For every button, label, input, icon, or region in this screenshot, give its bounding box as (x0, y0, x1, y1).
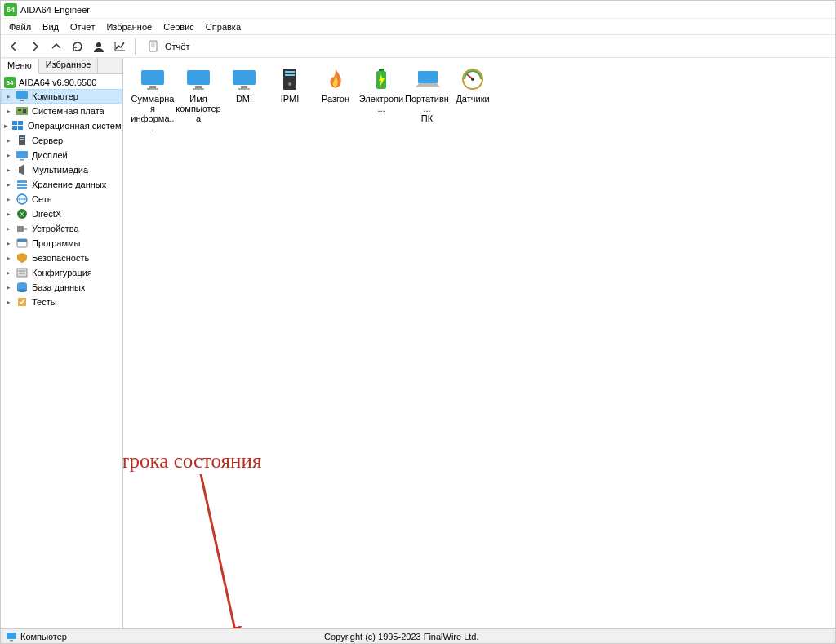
graph-icon (113, 40, 127, 53)
sidebar-item-label: Хранение данных (32, 180, 106, 189)
svg-rect-62 (10, 640, 13, 642)
content-item-6[interactable]: Портативн...ПК (404, 64, 450, 136)
svg-rect-46 (233, 70, 256, 85)
sidebar-item-label: Дисплей (32, 150, 68, 160)
expand-arrow-icon[interactable]: ▸ (4, 210, 12, 218)
expand-arrow-icon[interactable]: ▸ (4, 239, 12, 247)
expand-arrow-icon[interactable]: ▸ (4, 254, 12, 262)
svg-rect-30 (24, 228, 27, 230)
tree-root[interactable]: 64 AIDA64 v6.90.6500 (1, 76, 122, 89)
content-item-3[interactable]: IPMI (267, 64, 313, 136)
content-item-4[interactable]: Разгон (313, 64, 358, 136)
sidebar-item-10[interactable]: ▸Программы (1, 236, 122, 251)
back-button[interactable] (4, 37, 24, 56)
sidebar-item-8[interactable]: ▸XDirectX (1, 207, 122, 221)
sidebar-item-1[interactable]: ▸Системная плата (1, 104, 122, 118)
refresh-icon (71, 40, 84, 53)
svg-marker-20 (20, 164, 24, 175)
content-item-label: Имякомпьютера (176, 94, 221, 123)
svg-rect-54 (379, 69, 384, 71)
sidebar-item-3[interactable]: ▸Сервер (1, 133, 122, 148)
status-section-label: Компьютер (20, 632, 67, 642)
expand-arrow-icon[interactable]: ▸ (4, 180, 12, 189)
expand-arrow-icon[interactable]: ▸ (4, 269, 12, 277)
menu-help[interactable]: Справка (201, 20, 246, 33)
sidebar-item-12[interactable]: ▸Конфигурация (1, 265, 122, 280)
sidebar-item-13[interactable]: ▸База данных (1, 280, 122, 295)
svg-marker-57 (416, 83, 440, 87)
content-item-0[interactable]: Суммарнаяинформа... (130, 64, 176, 136)
sidebar-item-2[interactable]: ▸Операционная система (1, 118, 122, 133)
sidebar-item-0[interactable]: ▸Компьютер (1, 89, 122, 104)
content-item-1[interactable]: Имякомпьютера (176, 64, 221, 136)
content-item-5[interactable]: Электропи... (358, 64, 404, 136)
battery-icon (368, 68, 394, 91)
svg-rect-12 (12, 126, 17, 130)
chevron-up-icon (50, 40, 63, 53)
report-button[interactable]: Отчёт (140, 38, 196, 55)
forward-button[interactable] (25, 37, 45, 56)
sidebar-item-5[interactable]: ▸Мультимедиа (1, 162, 122, 177)
sidebar-item-label: Программы (32, 238, 80, 248)
document-icon (147, 40, 160, 53)
svg-rect-13 (18, 126, 23, 130)
svg-rect-16 (20, 139, 24, 140)
sidebar-item-14[interactable]: ▸Тесты (1, 295, 122, 309)
sidebar-item-11[interactable]: ▸Безопасность (1, 251, 122, 265)
monitor-blue-icon (140, 68, 166, 91)
laptop-icon (414, 68, 440, 91)
expand-arrow-icon[interactable]: ▸ (4, 92, 12, 100)
expand-arrow-icon[interactable]: ▸ (4, 136, 12, 144)
svg-rect-18 (20, 159, 24, 161)
app-window: 64 AIDA64 Engineer Файл Вид Отчёт Избран… (0, 0, 836, 644)
display-icon (16, 149, 29, 162)
graph-button[interactable] (110, 37, 130, 56)
speaker-icon (16, 163, 29, 176)
expand-arrow-icon[interactable]: ▸ (4, 283, 12, 291)
refresh-button[interactable] (68, 37, 87, 56)
content-item-2[interactable]: DMI (221, 64, 267, 136)
expand-arrow-icon[interactable]: ▸ (4, 107, 12, 115)
svg-line-60 (201, 474, 238, 628)
svg-rect-29 (17, 226, 24, 232)
sidebar-item-7[interactable]: ▸Сеть (1, 192, 122, 207)
annotation-label: Строка состояния (123, 450, 261, 473)
sidebar-item-6[interactable]: ▸Хранение данных (1, 177, 122, 192)
content-item-7[interactable]: Датчики (450, 64, 496, 136)
svg-rect-5 (16, 91, 28, 99)
status-bar: Компьютер Copyright (c) 1995-2023 FinalW… (1, 628, 835, 643)
sidebar-item-label: Сервер (32, 135, 63, 145)
svg-rect-32 (17, 239, 27, 242)
expand-arrow-icon[interactable]: ▸ (4, 298, 12, 306)
menu-service[interactable]: Сервис (158, 20, 199, 33)
svg-rect-40 (141, 70, 164, 85)
expand-arrow-icon[interactable]: ▸ (4, 224, 12, 233)
shield-icon (16, 251, 29, 264)
expand-arrow-icon[interactable]: ▸ (4, 122, 8, 130)
sidebar-item-4[interactable]: ▸Дисплей (1, 148, 122, 162)
sidebar-tab-menu[interactable]: Меню (1, 59, 39, 74)
menu-report[interactable]: Отчёт (65, 20, 100, 33)
title-bar: 64 AIDA64 Engineer (1, 1, 835, 19)
app-icon: 64 (4, 77, 16, 88)
menu-view[interactable]: Вид (38, 20, 64, 33)
svg-rect-50 (285, 71, 295, 73)
monitor-blue-icon (231, 68, 257, 91)
profile-button[interactable] (89, 37, 109, 56)
svg-rect-47 (241, 86, 247, 88)
up-button[interactable] (47, 37, 66, 56)
content-item-label: Датчики (450, 94, 496, 104)
sidebar-tab-fav[interactable]: Избранное (39, 58, 99, 73)
menu-fav[interactable]: Избранное (101, 20, 157, 33)
expand-arrow-icon[interactable]: ▸ (4, 166, 12, 174)
sidebar-item-9[interactable]: ▸Устройства (1, 221, 122, 236)
monitor-icon (6, 632, 17, 642)
menu-file[interactable]: Файл (4, 20, 36, 33)
toolbar-separator (135, 38, 136, 55)
expand-arrow-icon[interactable]: ▸ (4, 151, 12, 159)
sidebar-item-label: Безопасность (32, 253, 89, 263)
sidebar-item-label: Устройства (32, 224, 79, 233)
sidebar-tree[interactable]: 64 AIDA64 v6.90.6500 ▸Компьютер▸Системна… (1, 74, 122, 628)
expand-arrow-icon[interactable]: ▸ (4, 195, 12, 203)
svg-point-52 (288, 82, 291, 86)
